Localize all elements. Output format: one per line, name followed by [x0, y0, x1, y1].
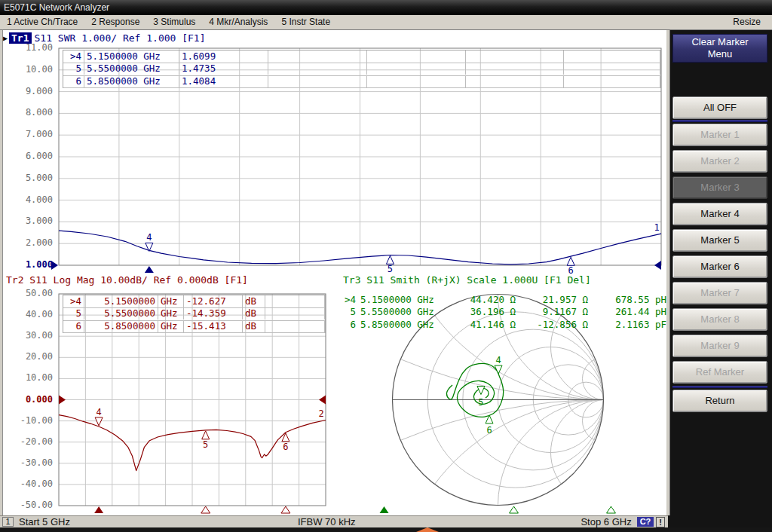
marker-table-cell: 5.1500000 GHz	[358, 294, 450, 306]
sidebar-edge-strip	[666, 30, 670, 515]
y-tick-label: 6.000	[26, 151, 53, 161]
tr1-header-text: S11 SWR 1.000/ Ref 1.000 [F1]	[35, 32, 206, 44]
taskbar-notch	[416, 527, 439, 532]
menu-item-1[interactable]: 1 Active Ch/Trace	[0, 15, 84, 29]
softkey-ref-marker: Ref Marker	[672, 361, 767, 384]
marker-table-cell	[268, 75, 367, 87]
softkey-menu-title: Clear Marker Menu	[672, 34, 767, 63]
marker-table-row: >45.1500000GHz-12.627dB	[63, 295, 325, 308]
marker-table-row: 55.5500000 GHz36.196 Ω9.1167 Ω261.44 pH	[339, 306, 669, 318]
marker-table-cell: 5	[63, 307, 84, 320]
softkey-all-off[interactable]: All OFF	[672, 96, 767, 119]
start-frequency-label: Start 5 GHz	[19, 516, 70, 527]
marker-table-cell: >4	[63, 50, 84, 63]
marker-table-row: >45.1500000 GHz1.6099	[63, 50, 660, 63]
marker-table-cell: 5.8500000 GHz	[358, 319, 450, 331]
marker-table-row: 65.8500000 GHz1.4084	[63, 75, 660, 88]
marker-table-cell	[265, 307, 325, 320]
softkey-return[interactable]: Return	[672, 390, 767, 412]
y-tick-label: -10.00	[20, 415, 53, 426]
marker-table-cell	[367, 75, 466, 87]
title-bar: E5071C Network Analyzer	[0, 0, 772, 15]
y-tick-label: 3.000	[26, 216, 53, 226]
menu-item-2[interactable]: 2 Response	[84, 15, 146, 29]
alert-indicator: !	[656, 517, 665, 527]
softkey-marker-2: Marker 2	[672, 150, 767, 173]
marker-table-row: 65.8500000GHz-15.413dB	[63, 320, 325, 333]
softkey-marker-6[interactable]: Marker 6	[672, 255, 767, 278]
y-tick-label: -30.00	[20, 457, 53, 468]
marker-table-cell: 6	[339, 319, 358, 331]
marker-table-cell	[367, 50, 466, 63]
stop-frequency-label: Stop 6 GHz	[581, 516, 631, 527]
marker-table-cell: 1.4084	[179, 75, 268, 87]
softkey-sidebar: Clear Marker Menu All OFFMarker 1Marker …	[666, 30, 772, 532]
y-tick-label: 4.000	[26, 194, 53, 205]
marker-table-cell	[265, 295, 325, 307]
menu-item-3[interactable]: 3 Stimulus	[146, 15, 202, 29]
tr2-header: Tr2 S11 Log Mag 10.00dB/ Ref 0.000dB [F1…	[6, 274, 248, 286]
status-right-group: Stop 6 GHzC?!	[581, 516, 665, 527]
marker-table-cell	[564, 63, 660, 75]
bottom-edge-strip	[0, 527, 772, 532]
marker-table-cell: 6	[63, 75, 84, 87]
marker-table-cell: 36.196 Ω	[450, 306, 518, 318]
resize-menu-item[interactable]: Resize	[726, 15, 767, 29]
menu-item-5[interactable]: 5 Instr State	[274, 15, 337, 29]
marker-table-cell: 5.1500000 GHz	[84, 50, 179, 63]
ifbw-label: IFBW 70 kHz	[298, 516, 356, 527]
marker-table-cell: 41.146 Ω	[450, 319, 518, 331]
marker-table-cell: 5.5500000	[84, 307, 158, 320]
y-tick-label: 11.00	[26, 42, 53, 53]
marker-table-cell: dB	[243, 307, 265, 320]
y-tick-label: 10.00	[26, 64, 53, 75]
marker-table-cell: dB	[243, 295, 265, 307]
marker-table-cell: 5	[339, 306, 358, 318]
softkey-separator	[672, 120, 767, 122]
channel-number-box: 1	[2, 517, 14, 527]
y-tick-label: 1.000	[26, 259, 53, 270]
instrument-window: E5071C Network Analyzer 1 Active Ch/Trac…	[0, 0, 772, 532]
y-tick-label: -50.00	[20, 500, 53, 510]
tr3-header: Tr3 S11 Smith (R+jX) Scale 1.000U [F1 De…	[343, 274, 591, 286]
marker-table-cell	[564, 50, 660, 63]
marker-table-cell	[367, 63, 466, 75]
menu-bar: 1 Active Ch/Trace2 Response3 Stimulus4 M…	[0, 15, 772, 30]
softkey-menu-title-line2: Menu	[673, 48, 767, 60]
marker-table-cell	[466, 63, 564, 75]
marker-table-cell: >4	[63, 295, 84, 307]
softkey-marker-7: Marker 7	[672, 282, 767, 304]
marker-table-cell: dB	[243, 320, 265, 332]
marker-table-cell	[466, 75, 564, 87]
marker-table-cell: GHz	[158, 295, 184, 307]
y-tick-label: 9.000	[26, 86, 53, 96]
marker-table-row: 65.8500000 GHz41.146 Ω-12.856 Ω2.1163 pF	[339, 319, 669, 331]
marker-table-cell: 261.44 pH	[590, 306, 669, 318]
marker-table-cell: -12.856 Ω	[518, 319, 590, 331]
marker-table-cell: 1.6099	[179, 50, 268, 63]
marker-table-cell: -15.413	[184, 320, 243, 332]
softkey-marker-4[interactable]: Marker 4	[672, 203, 767, 225]
marker-table-cell: 9.1167 Ω	[518, 306, 590, 318]
marker-table-cell: 2.1163 pF	[590, 319, 669, 331]
marker-table-cell: 5.8500000 GHz	[84, 75, 179, 87]
marker-table-cell: 5.8500000	[84, 320, 158, 332]
marker-table-cell: 6	[63, 320, 84, 332]
marker-table-cell: 21.957 Ω	[518, 294, 590, 306]
marker-table-cell	[466, 50, 564, 63]
marker-table-cell: -14.359	[184, 307, 243, 320]
marker-table-cell	[265, 320, 325, 332]
y-tick-label: 10.00	[26, 372, 53, 383]
softkey-separator	[672, 386, 767, 388]
screen-left-edge	[0, 30, 3, 515]
marker-table-cell: 5.5500000 GHz	[84, 63, 179, 75]
menu-item-4[interactable]: 4 Mkr/Analysis	[202, 15, 274, 29]
softkey-marker-5[interactable]: Marker 5	[672, 229, 767, 252]
marker-table-row: >45.1500000 GHz44.420 Ω21.957 Ω678.55 pH	[339, 294, 669, 306]
marker-table-cell: >4	[339, 294, 358, 306]
softkey-marker-9: Marker 9	[672, 335, 767, 357]
instrument-screen	[0, 30, 666, 515]
marker-table-cell: 5.1500000	[84, 295, 158, 307]
softkey-marker-3[interactable]: Marker 3	[672, 176, 767, 199]
correction-status-badge: C?	[637, 517, 654, 527]
